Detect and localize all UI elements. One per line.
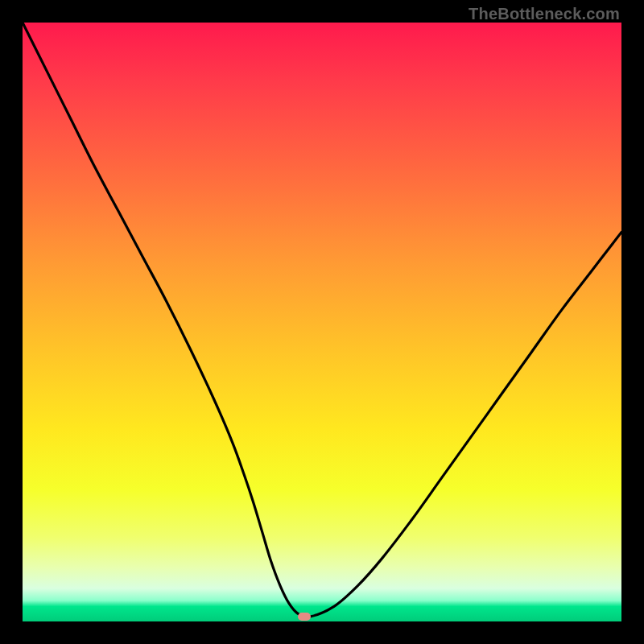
- watermark-text: TheBottleneck.com: [469, 5, 620, 23]
- chart-stage: TheBottleneck.com: [0, 0, 644, 644]
- bottleneck-curve: [23, 23, 621, 621]
- plot-area: [23, 23, 621, 621]
- optimal-point-marker: [298, 613, 311, 621]
